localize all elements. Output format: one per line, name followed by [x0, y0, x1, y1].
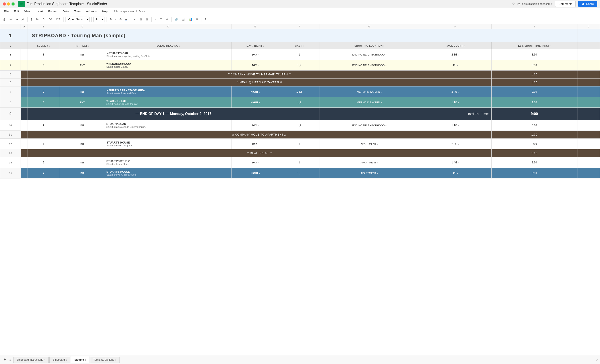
page-count-12[interactable]: 2 2/8 ▾	[419, 139, 492, 149]
meal-break-text-6[interactable]: // MEAL @ MERMAID TAVERN //	[27, 79, 491, 86]
format-paint-button[interactable]: 🖌	[20, 17, 26, 22]
day-night-8[interactable]: NIGHT ▾	[232, 97, 279, 108]
borders-button[interactable]: ⊞	[139, 17, 144, 22]
day-night-15[interactable]: NIGHT ▾	[232, 168, 279, 178]
header-page-count[interactable]: PAGE COUNT▾	[419, 42, 492, 49]
scene-num-10[interactable]: 2	[27, 120, 60, 131]
shoot-time-12[interactable]: 2:00	[491, 139, 577, 149]
company-move-text-5[interactable]: // COMPANY MOVE TO MERMAID TAVERN //	[27, 71, 491, 79]
page-count-8[interactable]: 1 1/8 ▾	[419, 97, 492, 108]
int-ext-10[interactable]: INT	[60, 120, 105, 131]
cast-15[interactable]: 1,2	[279, 168, 320, 178]
col-header-g[interactable]: G	[319, 24, 419, 29]
chart-button[interactable]: 📊	[188, 17, 194, 22]
meal-break-time-6[interactable]: 1:00	[491, 79, 577, 86]
int-ext-14[interactable]: INT	[60, 157, 105, 168]
scene-num-3[interactable]: 1	[27, 49, 60, 60]
redo-button[interactable]: ↪	[14, 17, 19, 22]
maximize-button[interactable]	[11, 2, 15, 6]
page-count-4[interactable]: 4/8 ▾	[419, 60, 492, 71]
location-3[interactable]: ENCINO NEIGHBORHOOD ▾	[319, 49, 419, 60]
col-header-f[interactable]: F	[279, 24, 320, 29]
shoot-time-7[interactable]: 2:00	[491, 86, 577, 97]
font-selector[interactable]: Open Sans	[65, 17, 90, 22]
tab-dropdown-arrow[interactable]: ▾	[44, 359, 45, 361]
scene-num-15[interactable]: 7	[27, 168, 60, 178]
scene-num-14[interactable]: 6	[27, 157, 60, 168]
strikethrough-button[interactable]: S	[118, 17, 123, 22]
menu-tools[interactable]: Tools	[72, 9, 83, 14]
col-header-c[interactable]: C	[60, 24, 105, 29]
shoot-time-3[interactable]: 3:30	[491, 49, 577, 60]
folder-icon[interactable]: 🗁	[517, 2, 520, 6]
col-header-h[interactable]: H	[419, 24, 492, 29]
page-count-7[interactable]: 2 4/8 ▾	[419, 86, 492, 97]
comments-button[interactable]: Comments	[555, 1, 576, 7]
cast-3[interactable]: 1	[279, 49, 320, 60]
company-move-time-5[interactable]: 1:00	[491, 71, 577, 79]
col-header-i[interactable]: I	[491, 24, 577, 29]
tab-sample[interactable]: Sample ▾	[71, 357, 89, 363]
location-7[interactable]: MERMAID TAVERN ▾	[319, 86, 419, 97]
valign-button[interactable]: ⊤	[159, 17, 164, 22]
day-night-7[interactable]: NIGHT ▾	[232, 86, 279, 97]
int-ext-4[interactable]: EXT	[60, 60, 105, 71]
scene-heading-4[interactable]: ▾ NEIGHBORHOOD Stuart meets Claire.	[105, 60, 232, 71]
cell-3a[interactable]	[21, 49, 27, 60]
cell-7a[interactable]	[21, 86, 27, 97]
header-cast[interactable]: CAST▾	[279, 42, 320, 49]
comment-button[interactable]: 💬	[180, 17, 187, 22]
header-est-shoot-time[interactable]: EST. SHOOT TIME (HRS)▾	[491, 42, 577, 49]
menu-edit[interactable]: Edit	[12, 9, 21, 14]
meal-break-time-13[interactable]: 1:00	[491, 149, 577, 157]
cell-10a[interactable]	[21, 120, 27, 131]
location-8[interactable]: MERMAID TAVERN ▾	[319, 97, 419, 108]
day-night-4[interactable]: DAY ▾	[232, 60, 279, 71]
header-scene-heading[interactable]: SCENE HEADING▾	[105, 42, 232, 49]
meal-break-text-13[interactable]: // MEAL BREAK //	[27, 149, 491, 157]
int-ext-7[interactable]: INT	[60, 86, 105, 97]
window-controls[interactable]	[3, 2, 15, 6]
menu-addons[interactable]: Add-ons	[84, 9, 99, 14]
link-button[interactable]: 🔗	[173, 17, 179, 22]
number-format-button[interactable]: 123	[54, 17, 62, 22]
header-int-ext[interactable]: INT / EXT▾	[60, 42, 105, 49]
company-move-text-11[interactable]: // COMPANY MOVE TO APARTMENT //	[27, 131, 491, 139]
tab-dropdown-arrow-4[interactable]: ▾	[115, 359, 116, 361]
page-count-3[interactable]: 2 3/8 ▾	[419, 49, 492, 60]
location-4[interactable]: ENCINO NEIGHBORHOOD ▾	[319, 60, 419, 71]
wrap-button[interactable]: ↵	[164, 17, 169, 22]
text-color-button[interactable]: A	[124, 17, 128, 22]
menu-data[interactable]: Data	[60, 9, 71, 14]
cast-12[interactable]: 1	[279, 139, 320, 149]
page-count-14[interactable]: 1 4/8 ▾	[419, 157, 492, 168]
cast-4[interactable]: 1,2	[279, 60, 320, 71]
minimize-button[interactable]	[7, 2, 10, 6]
scene-num-8[interactable]: 4	[27, 97, 60, 108]
int-ext-8[interactable]: EXT	[60, 97, 105, 108]
location-14[interactable]: APARTMENT ▾	[319, 157, 419, 168]
filter-button[interactable]: ▽	[195, 17, 199, 22]
page-count-15[interactable]: 4/8 ▾	[419, 168, 492, 178]
shoot-time-4[interactable]: 0:30	[491, 60, 577, 71]
fill-color-button[interactable]: ▲	[132, 17, 138, 22]
spreadsheet-title[interactable]: STRIPBOARD · Touring Man (sample)	[27, 29, 577, 42]
sheet-menu-button[interactable]: ≡	[8, 357, 13, 363]
location-12[interactable]: APARTMENT ▾	[319, 139, 419, 149]
scene-heading-12[interactable]: STUART'S HOUSE Stuart jams on his guitar…	[105, 139, 232, 149]
scene-num-7[interactable]: 9	[27, 86, 60, 97]
decimal-less-button[interactable]: .0	[41, 17, 46, 22]
cell-4a[interactable]	[21, 60, 27, 71]
cast-7[interactable]: 1,3,5	[279, 86, 320, 97]
menu-view[interactable]: View	[22, 9, 33, 14]
day-night-10[interactable]: DAY ▾	[232, 120, 279, 131]
tab-stripboard[interactable]: Stripboard ▾	[49, 357, 70, 363]
location-15[interactable]: APARTMENT ▾	[319, 168, 419, 178]
title-cell-a[interactable]	[21, 29, 27, 42]
italic-button[interactable]: I	[114, 17, 118, 22]
functions-button[interactable]: Σ	[203, 17, 208, 22]
tab-dropdown-arrow-3[interactable]: ▾	[85, 359, 86, 361]
scene-heading-8[interactable]: ▾ PARKING LOT Stuart walks Claire to the…	[105, 97, 232, 108]
align-button[interactable]: ≡	[153, 17, 158, 22]
tab-stripboard-instructions[interactable]: Stripboard Instructions ▾	[13, 357, 49, 363]
